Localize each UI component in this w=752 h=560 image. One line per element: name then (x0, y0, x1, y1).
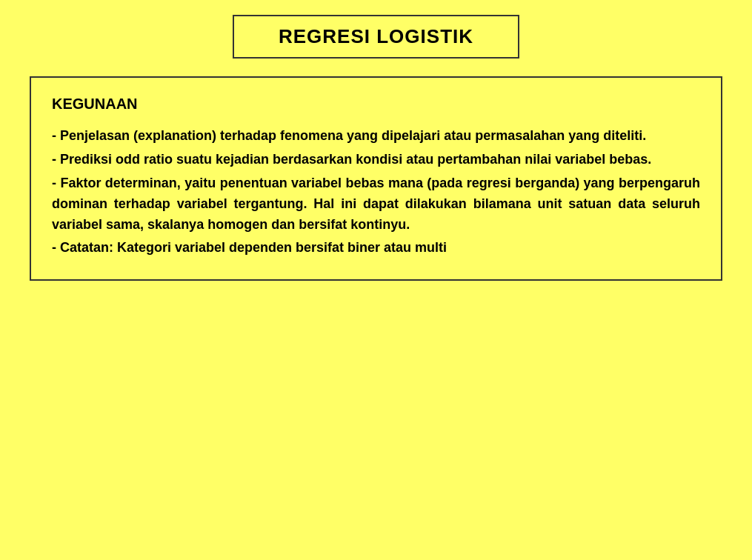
section-heading: KEGUNAAN (52, 96, 700, 113)
content-box: KEGUNAAN - Penjelasan (explanation) terh… (30, 76, 722, 281)
paragraph-3: - Faktor determinan, yaitu penentuan var… (52, 173, 700, 236)
title-box: REGRESI LOGISTIK (233, 15, 519, 59)
paragraph-1: - Penjelasan (explanation) terhadap feno… (52, 126, 700, 147)
body-text: - Penjelasan (explanation) terhadap feno… (52, 126, 700, 259)
paragraph-2: - Prediksi odd ratio suatu kejadian berd… (52, 150, 700, 170)
paragraph-4: - Catatan: Kategori variabel dependen be… (52, 238, 700, 259)
page-title: REGRESI LOGISTIK (279, 25, 473, 47)
